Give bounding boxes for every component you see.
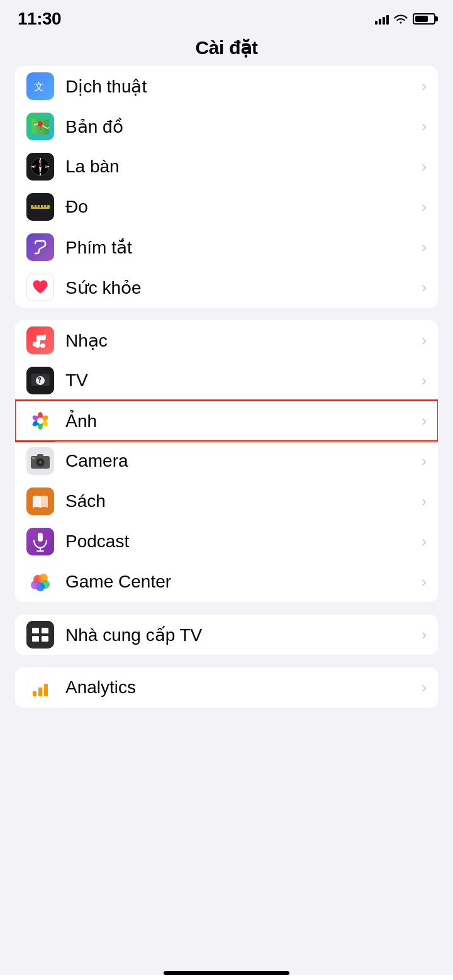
section-analytics: Analytics › [15, 667, 438, 708]
svg-text:文: 文 [34, 81, 44, 92]
svg-rect-65 [42, 636, 48, 642]
svg-rect-48 [37, 454, 43, 457]
page-header: Cài đặt [0, 34, 453, 66]
svg-rect-52 [38, 533, 43, 542]
do-icon [26, 193, 54, 221]
svg-text:W: W [33, 165, 36, 169]
status-bar: 11:30 [0, 0, 453, 34]
chevron-icon: › [422, 533, 427, 550]
chevron-icon: › [422, 198, 427, 216]
svg-rect-68 [38, 688, 42, 696]
dich-thuat-label: Dịch thuật [65, 76, 417, 97]
list-item-camera[interactable]: Camera › [15, 441, 438, 481]
svg-rect-63 [42, 628, 48, 633]
svg-rect-62 [32, 628, 39, 633]
analytics-label: Analytics [65, 677, 417, 698]
list-item-dich-thuat[interactable]: 文 Dịch thuật › [15, 66, 438, 106]
ban-do-icon [26, 113, 54, 140]
list-item-game-center[interactable]: Game Center › [15, 562, 438, 602]
nha-cung-cap-tv-icon [26, 621, 54, 649]
chevron-icon: › [422, 279, 427, 296]
status-time: 11:30 [18, 9, 61, 29]
camera-icon [26, 447, 54, 475]
la-ban-label: La bàn [65, 157, 417, 177]
list-item-nhac[interactable]: Nhạc › [15, 320, 438, 360]
chevron-icon: › [422, 573, 427, 591]
svg-rect-28 [37, 335, 45, 340]
list-item-nha-cung-cap-tv[interactable]: Nhà cung cấp TV › [15, 615, 438, 655]
ban-do-label: Bản đồ [65, 116, 417, 137]
svg-point-26 [33, 342, 38, 347]
list-item-phim-tat[interactable]: Phím tắt › [15, 227, 438, 267]
chevron-icon: › [422, 158, 427, 175]
list-item-do[interactable]: Đo › [15, 187, 438, 227]
do-label: Đo [65, 197, 417, 217]
list-item-sach[interactable]: Sách › [15, 481, 438, 521]
list-item-la-ban[interactable]: N S W E La bàn › [15, 147, 438, 187]
status-icons [375, 13, 435, 25]
chevron-icon: › [422, 77, 427, 95]
list-item-ban-do[interactable]: Bản đồ › [15, 106, 438, 147]
chevron-icon: › [422, 331, 427, 349]
chevron-icon: › [422, 238, 427, 256]
game-center-label: Game Center [65, 572, 417, 592]
anh-icon [26, 407, 54, 435]
camera-label: Camera [65, 451, 417, 471]
section-tv-provider: Nhà cung cấp TV › [15, 615, 438, 655]
phim-tat-icon [26, 233, 54, 261]
list-item-tv[interactable]: TV › [15, 360, 438, 401]
sach-icon [26, 487, 54, 515]
battery-icon [413, 13, 435, 25]
svg-rect-22 [26, 233, 54, 261]
svg-point-41 [37, 418, 43, 424]
svg-point-60 [31, 581, 40, 589]
svg-rect-61 [26, 621, 54, 649]
signal-bars-icon [375, 13, 389, 25]
chevron-icon: › [422, 493, 427, 510]
dich-thuat-icon: 文 [26, 72, 54, 100]
svg-rect-64 [32, 636, 39, 642]
svg-point-47 [40, 462, 42, 464]
nhac-label: Nhạc [65, 330, 417, 351]
phim-tat-label: Phím tắt [65, 237, 417, 258]
chevron-icon: › [422, 372, 427, 389]
list-item-podcast[interactable]: Podcast › [15, 521, 438, 562]
section-media: Nhạc › TV › [15, 320, 438, 602]
podcast-icon [26, 528, 54, 555]
wifi-icon [394, 14, 408, 24]
game-center-icon [26, 568, 54, 596]
podcast-label: Podcast [65, 532, 417, 552]
chevron-icon: › [422, 118, 427, 135]
chevron-icon: › [422, 679, 427, 696]
suc-khoe-label: Sức khỏe [65, 277, 417, 298]
svg-rect-67 [33, 691, 36, 696]
page-title: Cài đặt [195, 37, 257, 58]
analytics-icon [26, 674, 54, 701]
svg-point-27 [40, 343, 45, 348]
svg-rect-49 [32, 457, 35, 459]
tv-label: TV [65, 370, 417, 391]
home-indicator [164, 971, 289, 975]
section-utilities: 文 Dịch thuật › Bản đồ › [15, 66, 438, 308]
nha-cung-cap-tv-label: Nhà cung cấp TV [65, 625, 417, 645]
sach-label: Sách [65, 491, 417, 511]
nhac-icon [26, 326, 54, 354]
tv-icon [26, 367, 54, 394]
la-ban-icon: N S W E [26, 153, 54, 181]
list-item-analytics[interactable]: Analytics › [15, 667, 438, 708]
svg-point-2 [38, 121, 43, 126]
anh-label: Ảnh [65, 411, 417, 432]
list-item-anh[interactable]: Ảnh › [15, 401, 438, 441]
chevron-icon: › [422, 452, 427, 470]
chevron-icon: › [422, 412, 427, 430]
suc-khoe-icon [26, 274, 54, 301]
chevron-icon: › [422, 626, 427, 643]
svg-rect-69 [44, 684, 48, 696]
home-indicator-area [0, 975, 453, 980]
list-item-suc-khoe[interactable]: Sức khỏe › [15, 267, 438, 308]
